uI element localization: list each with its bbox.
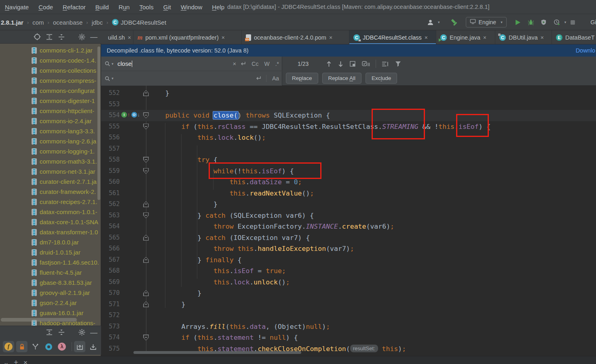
tab-engine-java[interactable]: CEngine.java× — [436, 30, 495, 44]
tree-item-gson-2-2-4-jar[interactable]: gson-2.2.4.jar — [0, 298, 101, 308]
tree-item-commons-codec-1-4-[interactable]: commons-codec-1.4. — [0, 55, 101, 65]
exclude-button[interactable]: Exclude — [366, 73, 397, 84]
debug-bug-icon[interactable] — [526, 18, 535, 27]
expand-all-icon[interactable] — [44, 328, 54, 337]
git-menu[interactable]: Git — [590, 19, 596, 25]
tree-item-groovy-all-2-1-9-jar[interactable]: groovy-all-2.1.9.jar — [0, 288, 101, 298]
breadcrumb-segment[interactable]: jdbc — [92, 19, 103, 26]
close-tab-icon[interactable]: × — [222, 34, 225, 41]
stop-square-icon[interactable] — [568, 18, 577, 27]
code-line[interactable]: 567 } finally { — [101, 255, 596, 266]
field-f-button[interactable]: f — [3, 341, 14, 352]
tab-uild-sh[interactable]: uild.sh× — [101, 30, 133, 44]
fold-marker-icon[interactable] — [143, 335, 149, 341]
menu-help[interactable]: Help — [207, 0, 229, 14]
tree-item-commons-httpclient-[interactable]: commons-httpclient- — [0, 106, 101, 116]
tree-item-guava-16-0-1-jar[interactable]: guava-16.0.1.jar — [0, 308, 101, 318]
code-line[interactable]: 569 this.lock.unlock(); — [101, 277, 596, 288]
new-line-icon[interactable] — [240, 61, 246, 66]
tree-item-curator-recipes-2-7-1-[interactable]: curator-recipes-2.7.1. — [0, 197, 101, 207]
collapse-all-icon[interactable] — [57, 328, 66, 337]
download-sources-link[interactable]: Downlo — [576, 47, 595, 54]
hide-icon[interactable]: — — [89, 32, 99, 42]
code-line[interactable]: 572 — [101, 310, 596, 321]
tab-oceanbase-client-2-4-0-pom[interactable]: oceanbase-client-2.4.0.pom× — [242, 30, 349, 44]
tab-dbutil-java[interactable]: CDBUtil.java× — [495, 30, 552, 44]
menu-git[interactable]: Git — [159, 0, 176, 14]
tree-item-commons-io-2-4-jar[interactable]: commons-io-2.4.jar — [0, 116, 101, 126]
locate-icon[interactable] — [32, 32, 42, 42]
settings-icon[interactable] — [77, 328, 87, 337]
project-tree[interactable]: commons-cli-1.2.jarcommons-codec-1.4.com… — [0, 44, 101, 326]
replace-all-button[interactable]: Replace All — [322, 73, 362, 84]
code-line[interactable]: 555 if (this.rsClass == JDBC4ResultSet.R… — [101, 121, 596, 133]
toolbar-divider[interactable] — [66, 33, 74, 40]
user-icon[interactable] — [426, 18, 435, 27]
search-input-value[interactable]: close — [118, 60, 132, 67]
tree-item-fastjson-1-1-46-sec10-[interactable]: fastjson-1.1.46.sec10. — [0, 257, 101, 267]
implements-icon[interactable]: I — [121, 112, 127, 118]
toggle-cc[interactable]: Cc — [252, 61, 258, 67]
ring-button[interactable] — [43, 341, 54, 352]
run-config-selector[interactable]: Engine▾ — [466, 17, 507, 27]
upload-button[interactable] — [74, 341, 85, 352]
tree-item-datax-transformer-1-0[interactable]: datax-transformer-1.0 — [0, 227, 101, 237]
code-line[interactable]: 558 try { — [101, 154, 596, 166]
code-line[interactable]: 553 — [101, 99, 596, 110]
tree-item-dm7-18-0-0-jar[interactable]: dm7-18.0.0.jar — [0, 237, 101, 247]
profiler-dropdown-caret-icon[interactable]: ▾ — [564, 20, 566, 24]
close-tab-icon[interactable]: × — [541, 34, 544, 41]
fold-marker-icon[interactable] — [143, 201, 149, 207]
code-line[interactable]: 563 } catch (SQLException var6) { — [101, 210, 596, 221]
tree-item-druid-1-0-15-jar[interactable]: druid-1.0.15.jar — [0, 247, 101, 257]
close-x-icon[interactable]: × — [23, 358, 27, 364]
profiler-clock-icon[interactable] — [552, 18, 561, 27]
expand-all-icon[interactable] — [44, 32, 54, 42]
preserve-case-toggle[interactable]: Aa — [272, 75, 279, 82]
fold-marker-icon[interactable] — [143, 213, 149, 219]
download-button[interactable] — [87, 341, 99, 352]
settings-icon[interactable] — [77, 32, 87, 42]
tree-horizontal-scrollbar[interactable] — [1, 318, 77, 322]
search-icon[interactable]: ▾ — [104, 61, 114, 67]
menu-run[interactable]: Run — [114, 0, 135, 14]
menu-refactor[interactable]: Refactor — [58, 0, 91, 14]
run-play-icon[interactable] — [514, 18, 522, 27]
tree-item-datax-common-1-0-1-[interactable]: datax-common-1.0.1- — [0, 207, 101, 217]
coverage-shield-icon[interactable] — [539, 18, 548, 27]
menu-code[interactable]: Code — [34, 0, 58, 14]
new-line-icon[interactable] — [256, 76, 261, 81]
tree-vertical-scrollbar[interactable] — [97, 46, 100, 200]
code-line[interactable]: 574 if (this.statement != null) { — [101, 332, 596, 343]
tab-jdbc4resultset-class[interactable]: CJDBC4ResultSet.class× — [349, 30, 436, 44]
hide-icon[interactable]: — — [89, 328, 99, 337]
code-line[interactable]: 571 } — [101, 299, 596, 310]
code-line[interactable]: 573 Arrays.fill(this.data, (Object)null)… — [101, 321, 596, 332]
tree-item-commons-cli-1-2-jar[interactable]: commons-cli-1.2.jar — [0, 45, 101, 55]
menu-window[interactable]: Window — [176, 0, 207, 14]
up-arrow-icon[interactable] — [326, 61, 332, 67]
code-line[interactable]: 564 throw ExceptionFactory.INSTANCE.crea… — [101, 221, 596, 232]
chevron-down-icon[interactable]: ⌄ — [3, 358, 9, 364]
fold-marker-icon[interactable] — [143, 290, 149, 296]
code-line[interactable]: 565 } catch (IOException var7) { — [101, 232, 596, 244]
tab-pom-xml-xquantfpmlreader-[interactable]: mpom.xml (xquantfpmlreader)× — [133, 30, 242, 44]
code-line[interactable]: 566 throw this.handleIoException(var7); — [101, 243, 596, 255]
tree-item-commons-lang-2-6-ja[interactable]: commons-lang-2.6.ja — [0, 136, 101, 146]
replace-field[interactable]: ▾ Aa — [101, 71, 282, 86]
tree-item-commons-lang3-3-3-[interactable]: commons-lang3-3.3. — [0, 126, 101, 136]
code-line[interactable]: 552 } — [101, 88, 596, 99]
close-tab-icon[interactable]: × — [483, 34, 486, 41]
code-line[interactable]: 559 while(!this.isEof) { — [101, 166, 596, 177]
tab-databaset[interactable]: EDataBaseT — [552, 30, 596, 44]
tree-item-commons-compress-[interactable]: commons-compress- — [0, 76, 101, 86]
code-line[interactable]: 560 this.dataSize = 0; — [101, 177, 596, 188]
list-filter-icon[interactable] — [382, 61, 389, 67]
replace-button[interactable]: Replace — [286, 73, 318, 84]
tree-item-commons-digester-1[interactable]: commons-digester-1 — [0, 96, 101, 106]
branch-button[interactable] — [30, 341, 41, 352]
close-tab-icon[interactable]: × — [329, 34, 332, 41]
fold-marker-icon[interactable] — [143, 112, 149, 118]
breadcrumb-class-name[interactable]: JDBC4ResultSet — [121, 19, 167, 26]
menu-navigate[interactable]: Navigate — [0, 0, 34, 14]
